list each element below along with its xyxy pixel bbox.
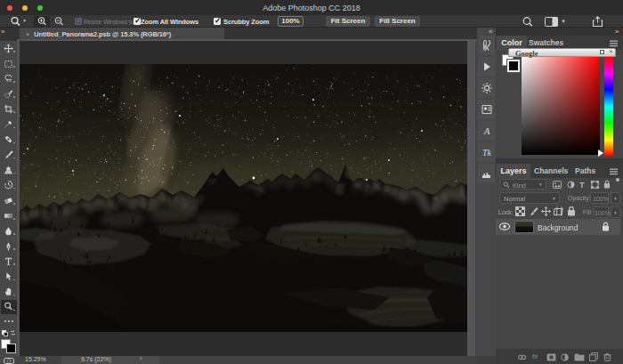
svg-text:Tk: Tk	[482, 148, 492, 158]
svg-text:A: A	[483, 125, 490, 136]
